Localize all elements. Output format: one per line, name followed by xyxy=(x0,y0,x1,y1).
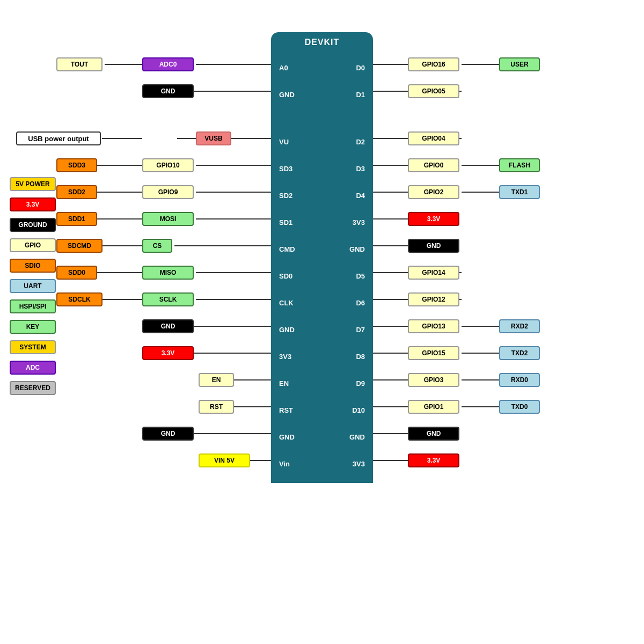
label-rxd0: RXD0 xyxy=(499,373,540,387)
chip-pin-D10: D10 xyxy=(352,406,365,414)
label-sclk: SCLK xyxy=(142,292,194,306)
chip-pin-VU: VU xyxy=(279,138,289,146)
label-gnd-l1: GND xyxy=(142,84,194,98)
label-gnd-l3: GND xyxy=(142,427,194,441)
label-flash: FLASH xyxy=(499,158,540,172)
label-gpio14: GPIO14 xyxy=(408,266,459,280)
legend-ground: GROUND xyxy=(10,218,56,232)
legend-key: KEY xyxy=(10,320,56,334)
chip-pin-CLK: CLK xyxy=(279,299,294,307)
label-usb-power: USB power output xyxy=(16,131,101,145)
label-txd2: TXD2 xyxy=(499,346,540,360)
chip-pin-D6: D6 xyxy=(356,299,365,307)
chip-pin-SD2: SD2 xyxy=(279,192,292,200)
chip-pin-3V3L: 3V3 xyxy=(279,353,291,361)
legend-uart: UART xyxy=(10,279,56,293)
legend-hspispi: HSPI/SPI xyxy=(10,299,56,313)
legend-reserved: RESERVED xyxy=(10,381,56,395)
chip-pin-GND2: GND xyxy=(279,326,295,334)
chip-title: DEVKIT xyxy=(305,32,340,50)
chip-pin-GND3: GND xyxy=(279,433,295,441)
label-rst: RST xyxy=(199,400,234,414)
chip-pin-D4: D4 xyxy=(356,192,365,200)
label-cs: CS xyxy=(142,239,172,253)
label-sdd0: SDD0 xyxy=(56,266,97,280)
label-gpio04: GPIO04 xyxy=(408,131,459,145)
label-mosi: MOSI xyxy=(142,212,194,226)
label-txd1: TXD1 xyxy=(499,185,540,199)
label-gpio12: GPIO12 xyxy=(408,292,459,306)
legend-5v: 5V POWER xyxy=(10,177,56,191)
chip-pin-D1: D1 xyxy=(356,91,365,99)
label-miso: MISO xyxy=(142,266,194,280)
label-gpio2: GPIO2 xyxy=(408,185,459,199)
label-tout: TOUT xyxy=(56,57,103,71)
chip-pin-D2: D2 xyxy=(356,138,365,146)
chip-pin-D7: D7 xyxy=(356,326,365,334)
label-gpio15: GPIO15 xyxy=(408,346,459,360)
label-sdd2: SDD2 xyxy=(56,185,97,199)
label-txd0: TXD0 xyxy=(499,400,540,414)
label-sdcmd: SDCMD xyxy=(56,239,103,253)
chip-pin-D9: D9 xyxy=(356,379,365,387)
label-sdclk: SDCLK xyxy=(56,292,103,306)
label-gpio1: GPIO1 xyxy=(408,400,459,414)
label-sdd3: SDD3 xyxy=(56,158,97,172)
label-gpio0: GPIO0 xyxy=(408,158,459,172)
label-gnd-l2: GND xyxy=(142,319,194,333)
chip-pin-D8: D8 xyxy=(356,353,365,361)
label-sdd1: SDD1 xyxy=(56,212,97,226)
chip-pin-D3: D3 xyxy=(356,165,365,173)
devkit-chip: DEVKIT A0 GND VU SD3 SD2 SD1 CMD SD0 CLK… xyxy=(271,32,373,483)
label-user: USER xyxy=(499,57,540,71)
chip-pin-RST: RST xyxy=(279,406,293,414)
legend-gpio: GPIO xyxy=(10,238,56,252)
label-gnd-r2: GND xyxy=(408,427,459,441)
chip-pin-EN: EN xyxy=(279,379,289,387)
legend-system: SYSTEM xyxy=(10,340,56,354)
label-gnd-r1: GND xyxy=(408,239,459,253)
label-vin5v: VIN 5V xyxy=(199,453,250,467)
legend-adc: ADC xyxy=(10,361,56,375)
chip-pin-GND1: GND xyxy=(279,91,295,99)
chip-pin-SD1: SD1 xyxy=(279,218,292,226)
label-gpio16: GPIO16 xyxy=(408,57,459,71)
chip-pin-D0: D0 xyxy=(356,64,365,72)
label-gpio9: GPIO9 xyxy=(142,185,194,199)
chip-pin-A0: A0 xyxy=(279,64,288,72)
label-rxd2: RXD2 xyxy=(499,319,540,333)
label-gpio10: GPIO10 xyxy=(142,158,194,172)
chip-pin-SD3: SD3 xyxy=(279,165,292,173)
chip-pin-Vin: Vin xyxy=(279,460,290,468)
pinout-diagram: DEVKIT A0 GND VU SD3 SD2 SD1 CMD SD0 CLK… xyxy=(0,0,644,644)
label-adc0: ADC0 xyxy=(142,57,194,71)
chip-pin-3V3R2: 3V3 xyxy=(353,460,365,468)
chip-pin-D5: D5 xyxy=(356,272,365,280)
label-gpio3: GPIO3 xyxy=(408,373,459,387)
label-gpio13: GPIO13 xyxy=(408,319,459,333)
chip-pin-3V3R: 3V3 xyxy=(353,218,365,226)
label-gpio05: GPIO05 xyxy=(408,84,459,98)
label-vusb: VUSB xyxy=(196,131,231,145)
label-33v-r2: 3.3V xyxy=(408,453,459,467)
legend-sdio: SDIO xyxy=(10,259,56,273)
chip-pin-SD0: SD0 xyxy=(279,272,292,280)
chip-pin-CMD: CMD xyxy=(279,245,295,253)
label-33v-r1: 3.3V xyxy=(408,212,459,226)
chip-pin-GNDR2: GND xyxy=(349,433,365,441)
label-33v-l: 3.3V xyxy=(142,346,194,360)
chip-pin-GNDR: GND xyxy=(349,245,365,253)
label-en: EN xyxy=(199,373,234,387)
legend-33v: 3.3V xyxy=(10,197,56,211)
